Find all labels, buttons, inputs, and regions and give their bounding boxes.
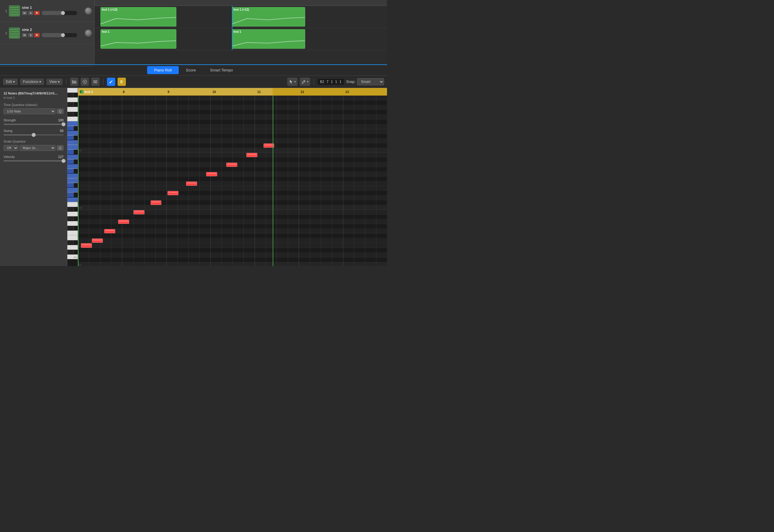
piano-note-6[interactable] xyxy=(167,191,178,195)
piano-note-5[interactable] xyxy=(151,200,162,205)
scale-quantize-section: Scale Quantize Off On Major (lo... Minor… xyxy=(4,140,63,151)
edit-menu[interactable]: Edit ▾ xyxy=(3,79,18,85)
quantize-q-btn[interactable]: Q xyxy=(57,109,63,114)
strength-slider[interactable] xyxy=(4,124,63,125)
scale-value-select[interactable]: Major (lo... Minor Pentatonic xyxy=(19,145,56,151)
mute-button-2[interactable]: M xyxy=(22,33,27,37)
piano-key-G1[interactable] xyxy=(67,221,78,226)
track-row-1: 1 sine 1 M S R xyxy=(0,0,94,22)
tab-smart-tempo[interactable]: Smart Tempo xyxy=(203,66,240,74)
piano-note-2[interactable] xyxy=(104,229,115,233)
piano-key-A2[interactable] xyxy=(67,155,78,159)
record-button-2[interactable]: R xyxy=(34,33,40,37)
piano-key-Ds2[interactable] xyxy=(67,183,74,188)
snap-select[interactable]: Smart 1/4 Note 1/8 Note 1/16 Note xyxy=(357,78,384,85)
piano-key-As1[interactable] xyxy=(67,207,74,212)
arr-clip-2b[interactable]: Inst 1 xyxy=(232,29,305,49)
functions-menu[interactable]: Functions ▾ xyxy=(20,79,44,85)
solo-button-1[interactable]: S xyxy=(28,11,33,15)
fader-thumb-2[interactable] xyxy=(61,33,65,37)
pencil-tool-btn[interactable]: ▾ xyxy=(300,78,310,86)
piano-note-1[interactable] xyxy=(92,239,103,243)
tab-score[interactable]: Score xyxy=(179,66,203,74)
piano-key-B3[interactable] xyxy=(67,88,78,93)
svg-rect-0 xyxy=(72,80,73,84)
quantize-align-icon-btn[interactable] xyxy=(70,78,78,86)
piano-key-Gs1[interactable] xyxy=(67,216,74,221)
piano-key-G3[interactable] xyxy=(67,107,78,112)
step-input-icon-btn[interactable] xyxy=(91,78,100,86)
piano-key-F1[interactable] xyxy=(67,231,78,235)
piano-key-Ds1[interactable] xyxy=(67,240,74,245)
piano-key-Gs2[interactable] xyxy=(67,159,74,164)
track-fader-1[interactable] xyxy=(42,11,77,15)
piano-note-0[interactable] xyxy=(81,243,92,247)
piano-key-Cs3[interactable] xyxy=(67,136,74,140)
piano-note-3[interactable] xyxy=(118,220,129,224)
scale-quantize-title: Scale Quantize xyxy=(4,140,63,143)
piano-key-C3[interactable]: C3 xyxy=(67,140,78,145)
piano-key-Ds3[interactable] xyxy=(67,126,74,131)
piano-key-A3[interactable] xyxy=(67,97,78,102)
track-name-2: sine 2 xyxy=(22,28,83,32)
pointer-tool-btn[interactable]: ▾ xyxy=(287,78,297,86)
piano-key-B2[interactable] xyxy=(67,145,78,150)
fader-thumb-1[interactable] xyxy=(61,11,65,15)
piano-key-G2[interactable] xyxy=(67,164,78,169)
track-fader-2[interactable] xyxy=(42,33,77,37)
piano-note-4[interactable] xyxy=(133,210,144,214)
piano-key-A1[interactable] xyxy=(67,212,78,216)
piano-key-D3[interactable] xyxy=(67,131,78,136)
arr-clip-1a[interactable]: Inst 1 (+12) xyxy=(100,7,176,27)
piano-note-9[interactable] xyxy=(226,163,237,167)
piano-key-C2[interactable]: C2 xyxy=(67,198,78,202)
piano-key-D2[interactable] xyxy=(67,188,78,192)
piano-key-E3[interactable] xyxy=(67,121,78,126)
note-value-select[interactable]: 1/16 Note 1/8 Note 1/4 Note xyxy=(4,108,56,114)
piano-key-B1[interactable] xyxy=(67,202,78,207)
note-tool-btn[interactable] xyxy=(107,78,115,86)
piano-key-Gs3[interactable] xyxy=(67,102,74,107)
swing-row: Swing 50 xyxy=(4,129,63,133)
svg-rect-8 xyxy=(96,81,97,83)
link-tool-btn[interactable] xyxy=(118,78,126,86)
piano-note-10[interactable] xyxy=(246,153,257,157)
arr-clip-1b[interactable]: Inst 1 (+12) xyxy=(232,7,305,27)
record-button-1[interactable]: R xyxy=(34,11,40,15)
piano-key-Cs2[interactable] xyxy=(67,192,74,197)
scale-q-btn[interactable]: Q xyxy=(57,145,63,151)
track-knob-2[interactable] xyxy=(85,30,92,37)
piano-key-Fs3[interactable] xyxy=(67,112,74,117)
piano-key-D1[interactable] xyxy=(67,245,78,250)
piano-key-F3[interactable] xyxy=(67,117,78,121)
piano-key-Cs1[interactable] xyxy=(67,250,74,254)
solo-button-2[interactable]: S xyxy=(28,33,33,37)
velocity-slider[interactable] xyxy=(4,160,63,161)
view-menu[interactable]: View ▾ xyxy=(46,79,63,85)
piano-key-E1[interactable] xyxy=(67,235,78,240)
swing-slider[interactable] xyxy=(4,134,63,136)
note-repeat-icon-btn[interactable] xyxy=(81,78,89,86)
piano-key-Fs1[interactable] xyxy=(67,226,74,231)
note-grid: Inst 1 7 8 9 10 11 12 13 C3C2C1 xyxy=(78,88,387,266)
arr-clip-2a[interactable]: Inst 1 xyxy=(100,29,176,49)
panel-note-info: 12 Notes (B6/7/maj7/♭9/9/#9/11/#1... xyxy=(4,92,63,95)
strength-value: 100 xyxy=(55,118,63,122)
track-knob-1[interactable] xyxy=(85,7,92,14)
mute-button-1[interactable]: M xyxy=(22,11,27,15)
track-number-1: 1 xyxy=(2,9,7,13)
scale-off-select[interactable]: Off On xyxy=(4,145,18,151)
tab-piano-roll[interactable]: Piano Roll xyxy=(147,66,179,74)
piano-note-7[interactable] xyxy=(186,182,197,186)
piano-key-F2[interactable] xyxy=(67,174,78,178)
piano-key-E2[interactable] xyxy=(67,178,78,183)
piano-note-8[interactable] xyxy=(206,172,217,176)
svg-rect-4 xyxy=(76,81,76,84)
piano-key-C1[interactable]: C1 xyxy=(67,254,78,259)
svg-rect-7 xyxy=(94,81,95,83)
track-icon-inner-1 xyxy=(10,7,19,15)
piano-key-Fs2[interactable] xyxy=(67,169,74,174)
piano-key-As3[interactable] xyxy=(67,93,74,97)
piano-key-As2[interactable] xyxy=(67,150,74,154)
separator-1 xyxy=(66,79,66,85)
